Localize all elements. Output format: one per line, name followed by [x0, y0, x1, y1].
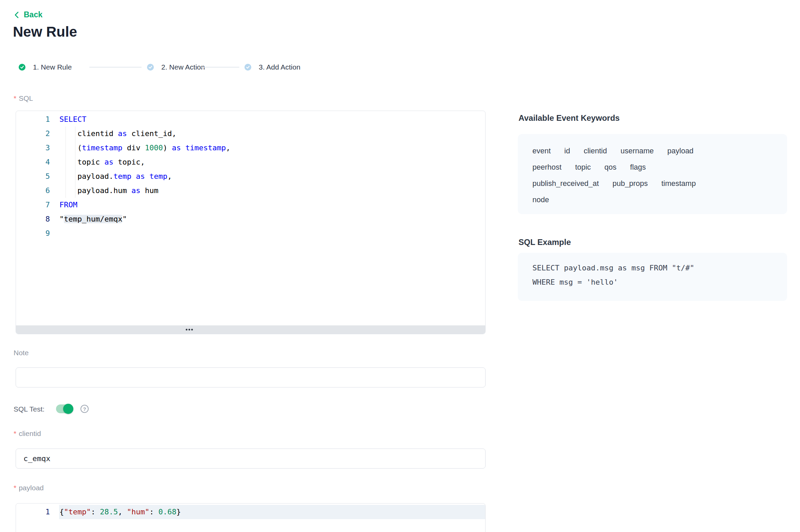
line-number: 6 [16, 184, 59, 198]
keyword-row: publish_received_atpub_propstimestamp [532, 175, 772, 192]
sql-code-editor[interactable]: 1SELECT2 clientid as client_id,3 (timest… [16, 111, 486, 334]
code-text: {"temp": 28.5, "hum": 0.68} [59, 505, 485, 519]
code-line[interactable]: 2 clientid as client_id, [16, 127, 485, 141]
required-asterisk: * [14, 94, 16, 102]
step-separator [89, 67, 142, 68]
event-keyword: payload [667, 143, 693, 159]
line-number: 1 [16, 505, 59, 519]
line-number: 9 [16, 226, 59, 241]
check-circle-icon [147, 64, 154, 71]
code-text: SELECT [59, 112, 485, 127]
event-keyword: peerhost [532, 159, 562, 175]
note-field-label: Note [14, 349, 29, 357]
new-rule-page: Back New Rule 1. New Rule 2. New Action … [0, 0, 800, 532]
required-asterisk: * [14, 484, 16, 492]
code-line[interactable]: 5 payload.temp as temp, [16, 169, 485, 184]
check-circle-icon [244, 64, 251, 71]
code-line[interactable]: 9 [16, 226, 485, 241]
line-number: 7 [16, 198, 59, 212]
required-asterisk: * [14, 430, 16, 437]
event-keyword: node [532, 192, 549, 208]
sql-test-toggle[interactable] [56, 404, 72, 413]
event-keyword: pub_props [613, 175, 648, 192]
event-keyword: flags [630, 159, 646, 175]
step-3-add-action[interactable]: 3. Add Action [244, 63, 301, 71]
payload-code-editor[interactable]: 1{"temp": 28.5, "hum": 0.68} [16, 503, 486, 532]
line-number: 2 [16, 127, 59, 141]
code-line[interactable]: 3 (timestamp div 1000) as timestamp, [16, 141, 485, 155]
code-text: clientid as client_id, [59, 127, 485, 141]
keyword-row: node [532, 192, 772, 208]
event-keyword: event [532, 143, 551, 159]
sql-example-line: SELECT payload.msg as msg FROM "t/#" [532, 261, 772, 275]
sql-test-label: SQL Test: [14, 405, 44, 413]
code-text: topic as topic, [59, 155, 485, 169]
code-text: FROM [59, 198, 485, 212]
sql-code-lines[interactable]: 1SELECT2 clientid as client_id,3 (timest… [16, 112, 485, 241]
toggle-knob [63, 404, 73, 414]
page-title: New Rule [13, 24, 77, 40]
sql-example-line: WHERE msg = 'hello' [532, 275, 772, 289]
back-label: Back [24, 10, 42, 19]
check-circle-icon [19, 64, 25, 71]
code-line[interactable]: 6 payload.hum as hum [16, 184, 485, 198]
code-text: "temp_hum/emqx" [59, 212, 485, 226]
keyword-row: peerhosttopicqosflags [532, 159, 772, 175]
line-number: 1 [16, 112, 59, 127]
step-2-new-action[interactable]: 2. New Action [147, 63, 205, 71]
chevron-left-icon [14, 11, 20, 19]
clientid-field-label: *clientid [14, 430, 41, 438]
step-label: 2. New Action [161, 63, 205, 71]
payload-field-label: *payload [14, 484, 44, 492]
drag-dots-icon [186, 329, 193, 330]
event-keyword: qos [604, 159, 616, 175]
clientid-input[interactable] [16, 449, 486, 469]
help-icon[interactable]: ? [80, 405, 89, 413]
step-label: 3. Add Action [259, 63, 301, 71]
step-1-new-rule[interactable]: 1. New Rule [19, 63, 72, 71]
line-number: 8 [16, 212, 59, 226]
event-keyword: topic [575, 159, 591, 175]
keyword-row: eventidclientidusernamepayload [532, 143, 772, 159]
event-keyword: publish_received_at [532, 175, 599, 192]
event-keywords-panel: eventidclientidusernamepayloadpeerhostto… [518, 134, 787, 214]
event-keyword: id [564, 143, 570, 159]
code-line[interactable]: 8"temp_hum/emqx" [16, 212, 485, 226]
available-event-keywords-title: Available Event Keywords [519, 113, 620, 123]
sql-field-label: *SQL [14, 94, 33, 102]
code-line[interactable]: 4 topic as topic, [16, 155, 485, 169]
indent-guide [66, 127, 66, 198]
sql-example-panel: SELECT payload.msg as msg FROM "t/#"WHER… [518, 253, 787, 301]
back-link[interactable]: Back [14, 10, 42, 19]
code-text: payload.temp as temp, [59, 169, 485, 184]
payload-code-lines[interactable]: 1{"temp": 28.5, "hum": 0.68} [16, 505, 485, 519]
event-keyword: username [620, 143, 654, 159]
code-line[interactable]: 1{"temp": 28.5, "hum": 0.68} [16, 505, 485, 519]
indent-guide [75, 127, 75, 198]
editor-resize-handle[interactable] [16, 325, 485, 334]
note-input[interactable] [16, 367, 486, 387]
event-keyword: timestamp [661, 175, 696, 192]
code-line[interactable]: 7FROM [16, 198, 485, 212]
step-separator [201, 67, 239, 68]
code-text [59, 226, 485, 241]
step-label: 1. New Rule [33, 63, 72, 71]
code-line[interactable]: 1SELECT [16, 112, 485, 127]
sql-example-title: SQL Example [519, 238, 571, 247]
line-number: 5 [16, 169, 59, 184]
line-number: 3 [16, 141, 59, 155]
code-text: (timestamp div 1000) as timestamp, [59, 141, 485, 155]
line-number: 4 [16, 155, 59, 169]
code-text: payload.hum as hum [59, 184, 485, 198]
event-keyword: clientid [584, 143, 607, 159]
